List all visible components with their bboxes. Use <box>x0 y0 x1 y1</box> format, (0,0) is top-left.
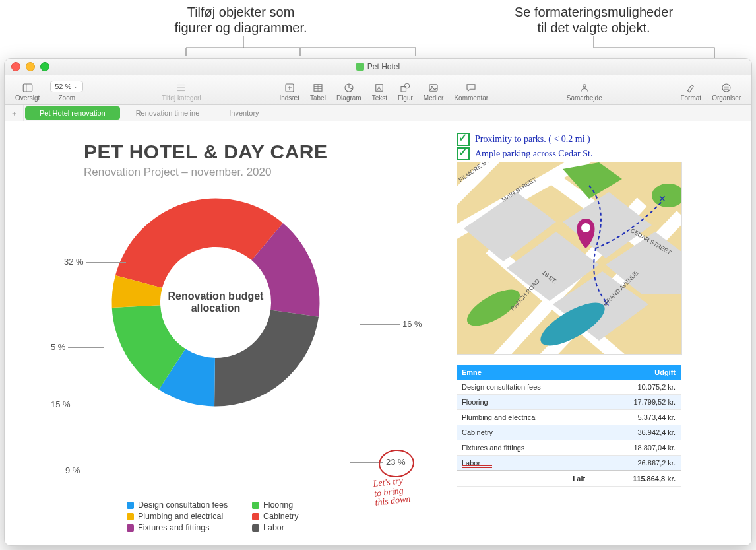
table-row[interactable]: Design consultation fees10.075,2 kr. <box>457 380 681 395</box>
insert-button[interactable]: Indsæt <box>274 80 305 104</box>
handwritten-checklist: Proximity to parks. ( < 0.2 mi ) Ample p… <box>457 133 592 162</box>
format-button[interactable]: Format <box>675 80 707 104</box>
overview-button[interactable]: Oversigt <box>10 80 45 104</box>
checkbox-icon <box>457 133 470 146</box>
shape-button[interactable]: Figur <box>393 80 418 104</box>
legend-item: Plumbing and electrical <box>138 512 223 521</box>
annotation-circle <box>377 448 415 479</box>
collaborate-button[interactable]: Samarbejde <box>561 80 608 104</box>
document-icon <box>356 63 364 71</box>
toolbar: Oversigt 52 %⌄ Zoom Tilføj kategori Inds… <box>5 75 751 105</box>
svg-point-19 <box>583 85 586 88</box>
sheet-tab-inventory[interactable]: Inventory <box>214 105 274 121</box>
comment-label: Kommentar <box>454 94 488 102</box>
donut-chart[interactable]: Renovation budget allocation <box>100 187 331 418</box>
media-button[interactable]: Medier <box>418 80 449 104</box>
legend-item: Design consultation fees <box>138 500 228 510</box>
expense-table[interactable]: Emne Udgift Design consultation fees10.0… <box>457 365 681 487</box>
svg-point-18 <box>431 86 433 87</box>
sheet-bar: ＋ Pet Hotel renovation Renovation timeli… <box>5 105 751 121</box>
table-row[interactable]: Fixtures and fittings18.807,04 kr. <box>457 440 681 456</box>
collaborate-label: Samarbejde <box>567 94 602 102</box>
svg-rect-0 <box>23 84 32 92</box>
legend-item: Labor <box>263 523 284 532</box>
insert-label: Indsæt <box>279 94 299 102</box>
page-title: PET HOTEL & DAY CARE <box>84 141 328 163</box>
format-label: Format <box>680 94 701 102</box>
title-bar: Pet Hotel <box>5 59 751 75</box>
chart-button[interactable]: Diagram <box>331 80 367 104</box>
organize-label: Organiser <box>712 94 741 102</box>
shape-label: Figur <box>398 94 413 102</box>
note-text: Proximity to parks. ( < 0.2 mi ) <box>475 134 590 145</box>
chart-label: Diagram <box>336 94 362 102</box>
table-label: Tabel <box>310 94 326 102</box>
overview-label: Oversigt <box>15 94 40 102</box>
table-row[interactable]: Cabinetry36.942,4 kr. <box>457 425 681 440</box>
media-label: Medier <box>424 94 444 102</box>
chart-label-15: 15 % <box>51 399 109 409</box>
table-header-udgift[interactable]: Udgift <box>597 365 681 380</box>
legend-item: Cabinetry <box>263 512 299 521</box>
chart-label-5: 5 % <box>51 342 107 352</box>
note-text: Ample parking across Cedar St. <box>475 149 592 159</box>
checkbox-icon <box>457 147 470 160</box>
legend-item: Flooring <box>263 500 293 510</box>
chart-center-label: Renovation budget allocation <box>160 291 272 314</box>
table-total-row: I alt115.864,8 kr. <box>457 471 681 487</box>
zoom-value: 52 % <box>55 83 71 90</box>
add-sheet-button[interactable]: ＋ <box>5 105 24 121</box>
page-subtitle: Renovation Project – november. 2020 <box>84 166 271 179</box>
table-header-emne[interactable]: Emne <box>457 365 597 380</box>
add-category-label: Tilføj kategori <box>162 94 201 102</box>
text-label: Tekst <box>372 94 387 102</box>
legend-item: Fixtures and fittings <box>138 523 209 532</box>
chart-label-16: 16 % <box>358 319 422 329</box>
zoom-dropdown[interactable]: 52 %⌄ Zoom <box>45 79 88 104</box>
chart-label-32: 32 % <box>64 257 129 267</box>
chart-legend: Design consultation fees Flooring Plumbi… <box>127 500 377 532</box>
svg-text:A: A <box>377 85 381 91</box>
svg-point-42 <box>581 223 590 232</box>
organize-button[interactable]: Organiser <box>707 80 746 104</box>
map-sketch: ✕ ✕ FILMORE ST. MAIN STREET CEDAR STREET… <box>457 162 682 355</box>
svg-point-16 <box>405 83 410 88</box>
table-row[interactable]: Labor26.867,2 kr. <box>457 456 681 471</box>
app-window: Pet Hotel Oversigt 52 %⌄ Zoom Tilføj kat… <box>4 58 752 546</box>
table-row[interactable]: Flooring17.799,52 kr. <box>457 395 681 410</box>
document-canvas[interactable]: PET HOTEL & DAY CARE Renovation Project … <box>5 121 751 545</box>
svg-text:✕: ✕ <box>658 193 666 204</box>
svg-rect-17 <box>429 85 437 92</box>
window-title: Pet Hotel <box>367 62 400 71</box>
add-category-button[interactable]: Tilføj kategori <box>156 80 206 104</box>
sheet-tab-renovation-timeline[interactable]: Renovation timeline <box>121 105 215 121</box>
zoom-label: Zoom <box>58 94 75 102</box>
text-button[interactable]: A Tekst <box>367 80 393 104</box>
sheet-tab-pet-hotel-renovation[interactable]: Pet Hotel renovation <box>25 106 120 120</box>
table-row[interactable]: Plumbing and electrical5.373,44 kr. <box>457 410 681 425</box>
comment-button[interactable]: Kommentar <box>449 80 493 104</box>
handwritten-annotation: Let's tryto bringthis down <box>373 475 411 508</box>
chart-label-9: 9 % <box>65 465 131 475</box>
table-button[interactable]: Tabel <box>305 80 331 104</box>
